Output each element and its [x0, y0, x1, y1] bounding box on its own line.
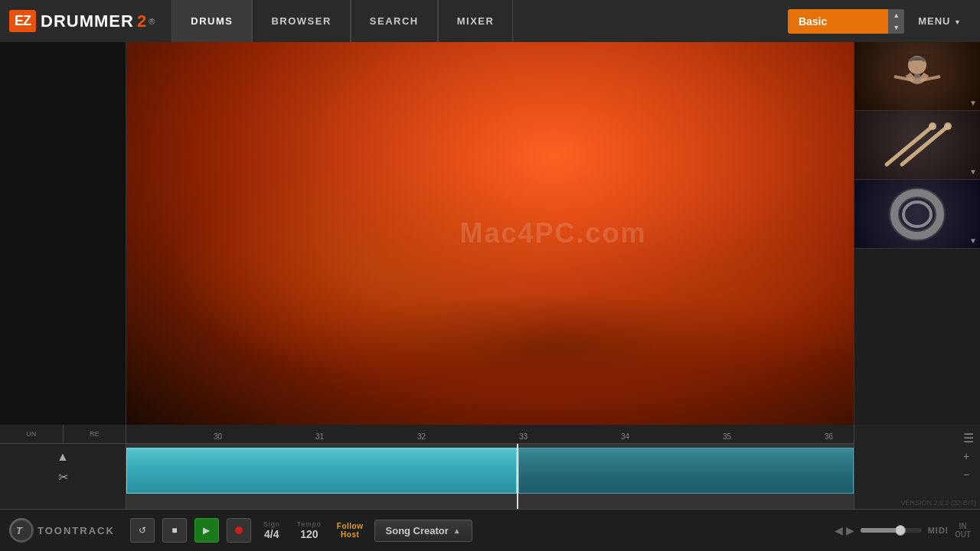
timeline-right-controls: ☰ + −: [854, 425, 980, 509]
drummer-svg: [871, 50, 963, 103]
volume-knob[interactable]: [895, 525, 906, 536]
tab-mixer[interactable]: MIXER: [438, 0, 514, 42]
song-creator-button[interactable]: Song Creator ▲: [374, 520, 472, 542]
tab-drums[interactable]: DRUMS: [172, 0, 252, 42]
tempo-value: 120: [300, 528, 318, 540]
follow-label: Follow: [337, 522, 364, 530]
song-creator-label: Song Creator: [386, 525, 449, 536]
loop-button[interactable]: ↺: [130, 518, 155, 543]
in-out-button[interactable]: IN OUT: [955, 522, 971, 539]
tab-search[interactable]: SEARCH: [351, 0, 438, 42]
right-transport-area: ◀ ▶ MIDI IN OUT: [835, 522, 971, 539]
timeline-left-controls: UN RE ▲ ✂: [0, 425, 126, 509]
ruler-mark-31: 31: [315, 432, 324, 441]
toontrack-logo: T TOONTRACK: [9, 518, 115, 543]
kit-piece-ring[interactable]: ▼: [854, 180, 980, 249]
ruler-mark-35: 35: [723, 432, 731, 441]
zoom-in-button[interactable]: +: [959, 448, 974, 464]
preset-down-arrow[interactable]: ▼: [888, 21, 904, 34]
toontrack-icon: T: [9, 518, 34, 543]
ez-logo: EZ: [9, 10, 36, 32]
select-tool-button[interactable]: ▲: [6, 450, 119, 464]
vol-left-arrow[interactable]: ◀: [835, 524, 843, 536]
svg-point-73: [894, 193, 940, 236]
out-label: OUT: [955, 530, 971, 539]
drum-clouds: [126, 42, 980, 425]
kit-piece-sticks[interactable]: ▼: [854, 111, 980, 180]
drummer-text: DRUMMER: [41, 11, 134, 31]
svg-point-67: [914, 73, 920, 80]
timeline-ruler: 30 31 32 33 34 35 36: [126, 425, 854, 444]
preset-area: Basic ▲ ▼ MENU ▼: [788, 9, 972, 34]
play-button[interactable]: ▶: [194, 518, 219, 543]
tempo-label: Tempo: [297, 520, 322, 528]
toontrack-text: TOONTRACK: [38, 525, 115, 536]
tempo-display: Tempo 120: [297, 520, 322, 540]
ring-image: [854, 180, 980, 248]
tool-buttons: ▲ ✂: [0, 444, 126, 491]
svg-point-74: [903, 202, 931, 227]
preset-arrows: ▲ ▼: [888, 9, 904, 34]
zoom-out-button[interactable]: −: [959, 467, 974, 482]
song-creator-arrow: ▲: [453, 527, 461, 535]
ruler-mark-34: 34: [621, 432, 629, 441]
timeline-area[interactable]: 30 31 32 33 34 35 36: [126, 425, 854, 509]
record-dot: [235, 527, 243, 534]
menu-button[interactable]: MENU ▼: [907, 15, 972, 27]
tab-browser[interactable]: BROWSER: [252, 0, 350, 42]
drummer-piece-arrow[interactable]: ▼: [969, 99, 977, 107]
volume-slider[interactable]: [861, 528, 922, 533]
nav-tabs: DRUMS BROWSER SEARCH MIXER: [172, 0, 513, 42]
kit-piece-drummer[interactable]: ▼: [854, 42, 980, 111]
version-number: 2: [137, 11, 146, 31]
stop-button[interactable]: ■: [162, 518, 187, 543]
ruler-mark-36: 36: [825, 432, 833, 441]
sticks-image: [854, 111, 980, 179]
svg-point-71: [944, 122, 952, 130]
sticks-piece-arrow[interactable]: ▼: [969, 168, 977, 176]
ruler-mark-32: 32: [417, 432, 426, 441]
list-icon[interactable]: ☰: [963, 431, 974, 445]
registered-mark: ®: [149, 17, 155, 26]
preset-up-arrow[interactable]: ▲: [888, 9, 904, 21]
drummer-image: [854, 42, 980, 110]
midi-block-main[interactable]: [126, 448, 517, 494]
record-button[interactable]: [227, 518, 251, 543]
top-bar: EZ DRUMMER 2 ® DRUMS BROWSER SEARCH MIXE…: [0, 0, 980, 42]
time-sig-label: Sign: [263, 520, 280, 528]
midi-button[interactable]: MIDI: [928, 526, 949, 535]
midi-block-secondary[interactable]: [518, 448, 854, 494]
toontrack-circle-icon: T: [10, 519, 33, 542]
ruler-mark-33: 33: [519, 432, 528, 441]
ruler-mark-30: 30: [214, 432, 222, 441]
bottom-bar: UN RE ▲ ✂ 30 31 32 33 34 35 36 ☰ + −: [0, 425, 980, 551]
time-signature-display: Sign 4/4: [263, 520, 280, 540]
left-sidebar: [0, 42, 126, 425]
volume-arrows: ◀ ▶: [835, 524, 854, 536]
playhead: [517, 444, 518, 509]
ring-piece-arrow[interactable]: ▼: [969, 236, 977, 245]
follow-host-button[interactable]: Follow Host: [337, 522, 364, 539]
preset-value[interactable]: Basic: [788, 9, 888, 34]
right-panel: ▼ ▼ ▼: [854, 42, 980, 425]
undo-button[interactable]: UN: [0, 425, 64, 443]
ring-svg: [871, 187, 963, 241]
svg-text:T: T: [16, 525, 23, 536]
redo-button[interactable]: RE: [64, 425, 126, 443]
cut-tool-button[interactable]: ✂: [6, 470, 119, 484]
logo-area: EZ DRUMMER 2 ®: [0, 0, 164, 42]
time-sig-value: 4/4: [264, 528, 279, 540]
sticks-svg: [871, 119, 963, 172]
svg-point-70: [929, 122, 936, 130]
version-tag: VERSION 2.0.2 (32-BIT): [900, 499, 976, 507]
drum-area: TT metal TT metal: [126, 42, 980, 425]
host-label: Host: [341, 530, 359, 539]
transport-bar: T TOONTRACK ↺ ■ ▶ Sign 4/4 Tempo 120 Fol…: [0, 509, 980, 551]
vol-right-arrow[interactable]: ▶: [846, 524, 854, 536]
undo-redo-bar: UN RE: [0, 425, 126, 444]
in-label: IN: [959, 522, 966, 530]
timeline-content: [126, 444, 854, 509]
